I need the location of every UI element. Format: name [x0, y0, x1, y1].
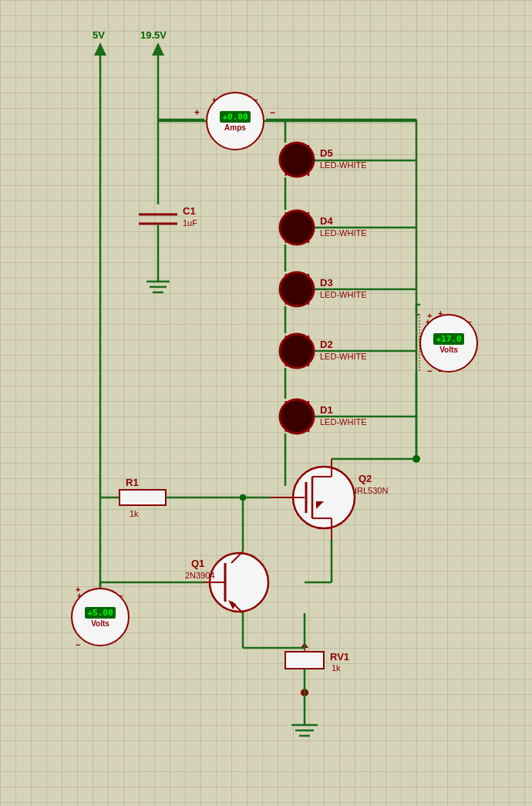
ammeter-display: +0.00 — [220, 111, 250, 123]
svg-text:1k: 1k — [332, 663, 341, 673]
ammeter-minus-terminal: − — [254, 96, 258, 104]
svg-text:R1: R1 — [126, 477, 139, 488]
svg-point-32 — [280, 143, 314, 177]
voltmeter2-minus-terminal: − — [119, 592, 123, 600]
voltmeter2-unit: Volts — [91, 619, 109, 628]
svg-text:1uF: 1uF — [183, 218, 197, 228]
svg-text:LED-WHITE: LED-WHITE — [320, 228, 367, 238]
svg-text:Q2: Q2 — [359, 473, 372, 484]
svg-text:LED-WHITE: LED-WHITE — [320, 417, 367, 427]
ammeter-plus-terminal: + — [212, 96, 217, 104]
svg-rect-79 — [120, 490, 166, 505]
voltmeter1: + − +17.0 Volts — [419, 314, 478, 373]
svg-point-34 — [280, 272, 314, 306]
svg-text:LED-WHITE: LED-WHITE — [320, 160, 367, 170]
svg-text:2N3904: 2N3904 — [185, 571, 215, 580]
voltmeter1-unit: Volts — [439, 346, 458, 354]
svg-text:LED-WHITE: LED-WHITE — [320, 352, 367, 361]
svg-text:+: + — [194, 107, 200, 118]
ammeter: + − +0.00 Amps — [206, 92, 264, 150]
svg-text:C1: C1 — [183, 205, 196, 217]
svg-text:D4: D4 — [320, 215, 333, 227]
voltmeter2: + − +5.00 Volts — [71, 588, 130, 646]
svg-text:D3: D3 — [320, 277, 333, 288]
svg-text:19.5V: 19.5V — [140, 29, 167, 41]
svg-text:IRL530N: IRL530N — [355, 486, 388, 495]
svg-point-33 — [280, 211, 314, 244]
circuit-diagram: 5V 19.5V D5 LED-WHITE — [0, 0, 532, 806]
svg-text:5V: 5V — [93, 29, 105, 41]
voltmeter1-minus-terminal: − — [467, 318, 472, 326]
svg-text:D5: D5 — [320, 147, 333, 159]
svg-rect-96 — [285, 652, 324, 669]
voltmeter1-plus-terminal: + — [426, 318, 430, 326]
svg-text:1k: 1k — [130, 509, 139, 518]
svg-point-123 — [240, 494, 246, 501]
svg-marker-6 — [152, 42, 164, 56]
voltmeter2-display: +5.00 — [85, 607, 115, 619]
svg-point-36 — [280, 400, 314, 433]
svg-text:−: − — [270, 107, 275, 118]
voltmeter2-plus-terminal: + — [77, 592, 82, 600]
svg-text:D1: D1 — [320, 404, 333, 416]
svg-text:D2: D2 — [320, 339, 333, 350]
svg-text:LED-WHITE: LED-WHITE — [320, 290, 367, 299]
svg-point-35 — [280, 334, 314, 368]
svg-text:RV1: RV1 — [330, 651, 349, 663]
ammeter-unit: Amps — [224, 123, 246, 132]
svg-marker-3 — [94, 42, 106, 56]
svg-text:−: − — [427, 366, 432, 376]
svg-text:Q1: Q1 — [191, 558, 204, 569]
svg-text:−: − — [76, 640, 80, 649]
voltmeter1-display: +17.0 — [433, 333, 463, 345]
